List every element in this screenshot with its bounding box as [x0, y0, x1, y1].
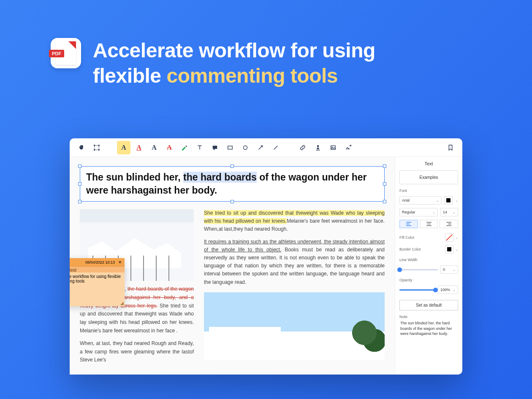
font-size-select[interactable]: 14⌄ — [440, 208, 458, 216]
border-color-swatch[interactable] — [445, 245, 453, 253]
note-date: 08/04/2022 10:13 — [85, 260, 115, 264]
squiggly-button[interactable]: A — [147, 141, 161, 154]
ink-button[interactable] — [178, 141, 191, 154]
document-canvas[interactable]: The sun blinded her, the hard boards of … — [70, 157, 395, 375]
doc-para-right-2: It requires a training such as the athle… — [204, 238, 385, 286]
svg-point-1 — [94, 145, 95, 146]
svg-point-4 — [98, 149, 99, 150]
select-tool-button[interactable] — [90, 141, 103, 154]
line-width-label: Line Width — [399, 258, 458, 262]
note-close-icon[interactable]: ✕ — [118, 260, 122, 264]
line-width-slider[interactable] — [399, 269, 438, 270]
sidebar-note-text: The sun blinded her, the hard boards of … — [399, 321, 458, 337]
rect-button[interactable] — [223, 141, 237, 154]
toolbar: A A A A — [70, 138, 462, 157]
doc-para-left-2: When, at last, they had neared Rough and… — [80, 340, 194, 364]
note-button[interactable] — [208, 141, 222, 154]
font-weight-select[interactable]: Regular⌄ — [399, 208, 438, 216]
pdf-badge: PDF — [49, 50, 64, 57]
svg-rect-6 — [228, 146, 233, 149]
fill-color-label: Fill Color — [399, 235, 415, 240]
align-right-button[interactable] — [440, 220, 458, 228]
svg-point-7 — [244, 146, 247, 149]
editor-window: A A A A Th — [70, 138, 462, 375]
doc-para-right-1: She tried to sit up and discovered that … — [204, 209, 385, 234]
fill-color-swatch[interactable] — [445, 233, 453, 242]
arrow-button[interactable] — [254, 141, 267, 154]
underline-button[interactable]: A — [132, 141, 146, 154]
line-width-value[interactable]: 0⌄ — [440, 265, 458, 274]
sticky-note[interactable]: Note 08/04/2022 10:13 ✕ Jennifer Reid Ac… — [70, 258, 125, 306]
properties-sidebar: Text Examples Font Arial⌄ ⌄ Regular⌄ 14⌄… — [395, 157, 462, 375]
image-button[interactable] — [326, 141, 340, 154]
note-author: Jennifer Reid — [70, 267, 125, 272]
align-left-button[interactable] — [399, 220, 418, 228]
text-selection-box[interactable]: The sun blinded her, the hard boards of … — [80, 166, 385, 202]
hero-heading: Accelerate workflow for using flexible c… — [93, 38, 375, 89]
sidebar-title: Text — [399, 161, 458, 166]
svg-point-2 — [98, 145, 99, 146]
text-button[interactable] — [193, 141, 206, 154]
opacity-slider[interactable] — [399, 289, 435, 291]
set-default-button[interactable]: Set as default — [399, 300, 458, 310]
svg-rect-0 — [95, 145, 99, 150]
highlight-button[interactable]: A — [117, 141, 130, 154]
svg-rect-5 — [213, 146, 217, 149]
align-center-button[interactable] — [420, 220, 438, 228]
sign-button[interactable] — [342, 141, 355, 154]
circle-button[interactable] — [239, 141, 252, 154]
note-resize-handle[interactable]: ◢ — [120, 301, 124, 305]
opacity-label: Opacity — [399, 278, 458, 282]
app-icon: PDF — [51, 38, 81, 68]
examples-preview: Examples — [399, 170, 458, 184]
hand-tool-button[interactable] — [75, 141, 88, 154]
strikeout-button[interactable]: A — [163, 141, 176, 154]
border-color-label: Border Color — [399, 247, 421, 251]
stamp-button[interactable] — [311, 141, 325, 154]
doc-heading: The sun blinded her, the hard boards of … — [86, 171, 378, 197]
link-button[interactable] — [296, 141, 309, 154]
note-content[interactable]: Accelerate workflow for using flexible c… — [70, 272, 125, 306]
bookmark-button[interactable] — [444, 141, 457, 154]
svg-point-3 — [94, 149, 95, 150]
font-family-select[interactable]: Arial⌄ — [399, 196, 442, 205]
line-button[interactable] — [269, 141, 282, 154]
sidebar-note-label: Note — [399, 315, 458, 319]
font-label: Font — [399, 189, 458, 193]
opacity-value[interactable]: 100%⌄ — [438, 286, 458, 294]
doc-image-building — [204, 292, 385, 360]
font-color-swatch[interactable] — [444, 196, 453, 205]
